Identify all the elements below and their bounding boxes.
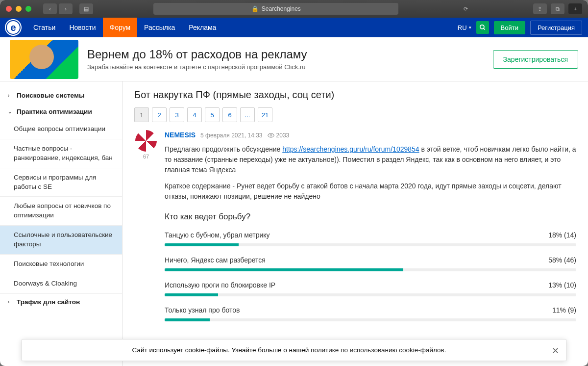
back-button[interactable]: ‹ [43,3,57,14]
poll-option-value: 58% (46) [548,255,576,265]
site-logo[interactable]: e [6,20,21,35]
nav-новости[interactable]: Новости [62,18,102,37]
post-author[interactable]: NEMESIS [165,130,196,140]
page-1[interactable]: 1 [134,107,149,122]
banner-image [10,40,78,79]
chevron-down-icon: ⌄ [8,109,13,114]
poll-option[interactable]: Использую проги по блокировке IP13% (10) [165,280,576,296]
chevron-right-icon: › [8,299,13,305]
lock-icon: 🔒 [251,5,259,12]
chevron-down-icon: ▾ [469,25,471,30]
page-5[interactable]: 5 [205,107,220,122]
search-icon [479,24,486,31]
svg-line-1 [483,28,485,30]
reload-icon[interactable]: ⟳ [459,3,473,14]
avatar[interactable] [135,130,157,152]
sidebar-group[interactable]: ›Поисковые системы [0,87,122,104]
share-icon[interactable]: ⇪ [533,3,547,14]
address-text: Searchengines [262,5,301,12]
cookie-policy-link[interactable]: политике по использованию cookie-файлов [311,346,444,354]
poll-option-label: Ничего, Яндекс сам разберется [165,255,266,265]
poll-bar [165,318,576,321]
language-selector[interactable]: RU ▾ [458,24,471,31]
sidebar-item[interactable]: Любые вопросы от новичков по оптимизации [0,197,122,226]
poll-option-label: Танцую с бубном, убрал метрику [165,230,270,240]
poll-option[interactable]: Танцую с бубном, убрал метрику18% (14) [165,230,576,246]
page-21[interactable]: 21 [258,107,272,122]
thread-title: Бот накрутка ПФ (прямые заходы, соц сети… [134,89,576,101]
sidebar-item[interactable]: Частные вопросы - ранжирование, индексац… [0,139,122,168]
poll-bar [165,293,576,296]
window-controls [6,6,31,12]
maximize-window-icon[interactable] [25,6,31,12]
sidebar-group[interactable]: ›Трафик для сайтов [0,294,122,310]
sidebar: ›Поисковые системы⌄Практика оптимизацииО… [0,81,122,366]
forward-button[interactable]: › [59,3,73,14]
poll-question: Кто как ведет борьбу? [165,210,576,223]
browser-titlebar: ‹ › ▤ 🔒 Searchengines ⟳ ⇪ ⧉ + [0,0,588,18]
pagination: 123456...21 [134,107,576,122]
sidebar-item[interactable]: Сервисы и программы для работы с SE [0,168,122,197]
search-button[interactable] [476,21,489,34]
nav-рассылка[interactable]: Рассылка [137,18,182,37]
page-6[interactable]: 6 [222,107,237,122]
banner-subtitle: Зарабатывайте на контексте и таргете с п… [87,63,307,71]
close-icon[interactable]: ✕ [552,345,559,356]
eye-icon [268,133,274,138]
svg-point-0 [480,25,484,29]
tabs-icon[interactable]: ⧉ [551,3,564,14]
main-content: Бот накрутка ПФ (прямые заходы, соц сети… [122,81,588,366]
poll-option-value: 18% (14) [548,230,576,240]
sidebar-group[interactable]: ⌄Практика оптимизации [0,104,122,120]
post-link[interactable]: https://searchengines.guru/ru/forum/1029… [282,145,419,153]
poll-bar [165,268,576,271]
page-...[interactable]: ... [240,107,255,122]
sidebar-item[interactable]: Ссылочные и пользовательские факторы [0,226,122,255]
sidebar-toggle-icon[interactable]: ▤ [79,3,93,14]
poll-option[interactable]: Ничего, Яндекс сам разберется58% (46) [165,255,576,271]
svg-point-2 [270,134,272,136]
page-3[interactable]: 3 [170,107,184,122]
forum-post: 67 NEMESIS 5 февраля 2021, 14:33 2033 Пр… [134,130,576,330]
banner-cta-button[interactable]: Зарегистрироваться [493,50,578,69]
page-4[interactable]: 4 [187,107,202,122]
chevron-right-icon: › [8,93,13,98]
cookie-banner: Сайт использует cookie-файлы. Узнайте бо… [22,339,566,361]
poll-bar [165,243,576,246]
post-date: 5 февраля 2021, 14:33 [200,131,263,140]
poll-option-label: Использую проги по блокировке IP [165,280,275,290]
post-paragraph: Предлагаю продолжить обсуждение https://… [165,144,576,175]
nav-статьи[interactable]: Статьи [26,18,62,37]
minimize-window-icon[interactable] [16,6,22,12]
register-button[interactable]: Регистрация [530,21,582,35]
poll-option[interactable]: Только узнал про ботов11% (9) [165,305,576,321]
poll-option-value: 11% (9) [552,305,576,315]
sidebar-item[interactable]: Поисковые технологии [0,255,122,274]
sidebar-item[interactable]: Doorways & Cloaking [0,274,122,294]
sidebar-item[interactable]: Общие вопросы оптимизации [0,120,122,139]
poll-option-label: Только узнал про ботов [165,305,240,315]
new-tab-icon[interactable]: + [568,3,582,14]
site-header: e СтатьиНовостиФорумРассылкаРеклама RU ▾… [0,18,588,37]
avatar-score: 67 [143,154,149,159]
address-bar[interactable]: 🔒 Searchengines [153,3,398,15]
post-paragraph: Краткое содержание - Рунет ведет борьбу … [165,181,576,202]
nav-реклама[interactable]: Реклама [182,18,223,37]
login-button[interactable]: Войти [494,21,525,34]
banner-title: Вернем до 18% от расходов на рекламу [87,48,307,61]
promo-banner: Вернем до 18% от расходов на рекламу Зар… [0,37,588,81]
nav-форум[interactable]: Форум [103,18,138,37]
close-window-icon[interactable] [6,6,12,12]
poll-option-value: 13% (10) [548,280,576,290]
page-2[interactable]: 2 [152,107,167,122]
post-views: 2033 [268,131,290,140]
